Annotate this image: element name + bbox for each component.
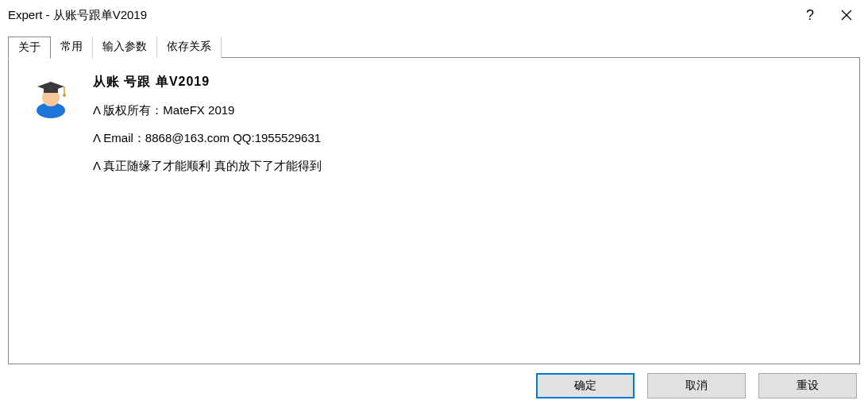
tab-common[interactable]: 常用 [51, 37, 93, 58]
cancel-button[interactable]: 取消 [647, 373, 746, 398]
window-title: Expert - 从账号跟单V2019 [8, 8, 792, 23]
dialog-buttons: 确定 取消 重设 [0, 365, 868, 408]
svg-rect-4 [44, 86, 58, 93]
tab-dependencies[interactable]: 依存关系 [157, 37, 222, 58]
reset-button[interactable]: 重设 [758, 373, 857, 398]
titlebar-controls: ? [792, 2, 865, 28]
tab-label: 关于 [18, 40, 41, 53]
about-motto: Λ 真正随缘了才能顺利 真的放下了才能得到 [93, 159, 322, 174]
help-button[interactable]: ? [792, 2, 828, 28]
expert-avatar-icon [29, 75, 72, 118]
tab-inputs[interactable]: 输入参数 [93, 37, 157, 58]
tab-label: 常用 [60, 40, 83, 52]
about-title: 从账 号跟 单V2019 [93, 74, 322, 90]
content-area: 关于 常用 输入参数 依存关系 [0, 30, 868, 365]
close-icon [841, 10, 852, 21]
dialog-window: Expert - 从账号跟单V2019 ? 关于 常用 输入参数 [0, 0, 868, 408]
tab-label: 输入参数 [102, 40, 147, 52]
help-icon: ? [806, 7, 814, 24]
about-contact: Λ Email：8868@163.com QQ:1955529631 [93, 131, 322, 146]
tab-label: 依存关系 [167, 40, 211, 52]
svg-point-6 [63, 94, 66, 97]
tab-panel-about: 从账 号跟 单V2019 Λ 版权所有：MateFX 2019 Λ Email：… [8, 57, 860, 364]
tab-strip: 关于 常用 输入参数 依存关系 [8, 37, 860, 58]
about-copyright: Λ 版权所有：MateFX 2019 [93, 103, 322, 118]
close-button[interactable] [828, 2, 865, 28]
about-info: 从账 号跟 单V2019 Λ 版权所有：MateFX 2019 Λ Email：… [93, 72, 322, 349]
ok-button[interactable]: 确定 [536, 373, 635, 398]
titlebar: Expert - 从账号跟单V2019 ? [0, 0, 868, 30]
tab-about[interactable]: 关于 [8, 37, 51, 59]
